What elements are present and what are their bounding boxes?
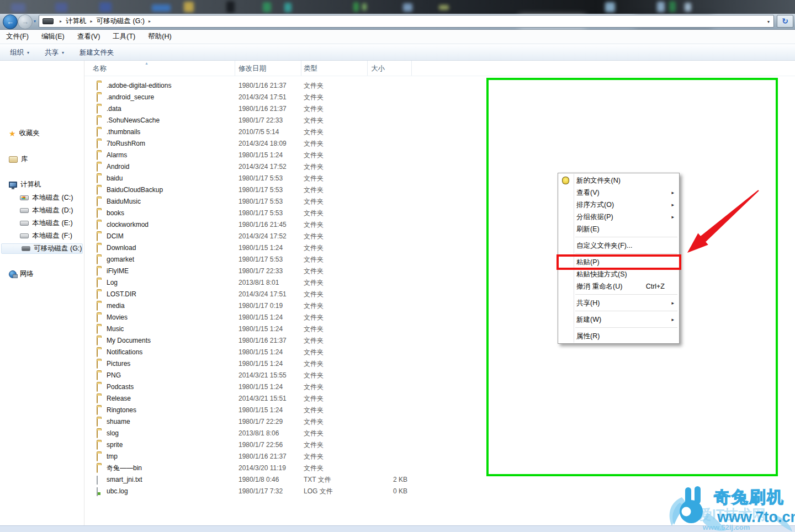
column-divider[interactable] [235, 61, 235, 76]
file-row[interactable]: books1980/1/17 5:53文件夹 [84, 208, 795, 219]
breadcrumb-chevron-icon[interactable]: ▸ [149, 19, 151, 24]
column-header-date[interactable]: 修改日期 [239, 64, 266, 73]
address-bar[interactable]: ▸ 计算机 ▸ 可移动磁盘 (G:) ▸ [39, 15, 774, 28]
context-menu-item-group-by[interactable]: 分组依据(P)▸ [558, 211, 679, 223]
toolbar-item-2[interactable]: 新建文件夹 [80, 48, 114, 57]
file-row[interactable]: My Documents1980/1/16 21:37文件夹 [84, 335, 795, 347]
menubar-item-1[interactable]: 编辑(E) [41, 32, 65, 41]
column-header-name[interactable]: 名称 [93, 64, 107, 73]
context-menu-item-share[interactable]: 共享(H)▸ [558, 297, 679, 309]
file-row[interactable]: DCIM2014/3/24 17:52文件夹 [84, 231, 795, 242]
file-type: 文件夹 [304, 103, 324, 115]
file-row[interactable]: .data1980/1/16 21:37文件夹 [84, 103, 795, 115]
file-row[interactable]: Pictures1980/1/15 1:24文件夹 [84, 358, 795, 370]
folder-icon [97, 221, 98, 230]
file-row[interactable]: Release2014/3/21 15:51文件夹 [84, 393, 795, 405]
sidebar-item-local-disk-c[interactable]: 本地磁盘 (C:) [0, 193, 83, 203]
column-divider[interactable] [301, 61, 301, 76]
context-menu-item-paste-shortcut[interactable]: 粘贴快捷方式(S) [558, 268, 679, 280]
file-row[interactable]: 7toRushRom2014/3/24 18:09文件夹 [84, 138, 795, 150]
file-name: books [107, 208, 124, 219]
file-row[interactable]: 奇兔——bin2014/3/20 11:19文件夹 [84, 462, 795, 474]
file-row[interactable]: smart_jni.txt1980/1/8 0:46TXT 文件2 KB [84, 474, 795, 486]
file-row[interactable]: Android2014/3/24 17:52文件夹 [84, 161, 795, 173]
sidebar-item-label: 本地磁盘 (D:) [32, 206, 73, 215]
sidebar-item-local-disk-f[interactable]: 本地磁盘 (F:) [0, 231, 83, 241]
recent-pages-dropdown-icon[interactable]: ▾ [34, 19, 36, 24]
sidebar-item-libraries[interactable]: 库 [0, 154, 83, 164]
file-date: 1980/1/17 5:53 [239, 208, 283, 219]
file-row[interactable]: BaiduMusic1980/1/17 5:53文件夹 [84, 196, 795, 208]
context-menu-item-refresh[interactable]: 刷新(E) [558, 223, 679, 235]
forward-button[interactable]: → [18, 14, 33, 29]
menubar-item-0[interactable]: 文件(F) [6, 32, 29, 41]
file-row[interactable]: Ringtones1980/1/15 1:24文件夹 [84, 405, 795, 416]
sidebar-item-network[interactable]: 网络 [0, 269, 83, 279]
context-menu-item-customize-folder[interactable]: 自定义文件夹(F)... [558, 240, 679, 252]
sidebar-item-label: 本地磁盘 (F:) [32, 231, 72, 241]
file-row[interactable]: clockworkmod1980/1/16 21:45文件夹 [84, 219, 795, 231]
sidebar-item-removable-disk-g[interactable]: 可移动磁盘 (G:) [1, 243, 83, 254]
sidebar-item-local-disk-d[interactable]: 本地磁盘 (D:) [0, 205, 83, 216]
sidebar-item-local-disk-e[interactable]: 本地磁盘 (E:) [0, 218, 83, 228]
file-row[interactable]: gomarket1980/1/17 5:53文件夹 [84, 254, 795, 265]
column-divider[interactable] [367, 61, 368, 76]
folder-icon [97, 82, 98, 91]
context-menu-item-undo-rename[interactable]: 撤消 重命名(U)Ctrl+Z [558, 280, 679, 292]
file-row[interactable]: Alarms1980/1/15 1:24文件夹 [84, 150, 795, 161]
file-type: 文件夹 [304, 289, 324, 300]
toolbar-item-1[interactable]: 共享▾ [45, 48, 64, 57]
file-size [345, 381, 407, 393]
breadcrumb-computer[interactable]: 计算机 [66, 17, 87, 26]
context-menu-item-view[interactable]: 查看(V)▸ [558, 187, 679, 199]
breadcrumb-chevron-icon[interactable]: ▸ [91, 19, 93, 24]
context-menu-item-properties[interactable]: 属性(R) [558, 330, 679, 342]
menubar-item-4[interactable]: 帮助(H) [148, 32, 171, 41]
context-menu-item-new-folder[interactable]: 新的文件夹(N) [558, 174, 679, 187]
file-row[interactable]: Log2013/8/1 8:01文件夹 [84, 277, 795, 289]
refresh-button[interactable]: ↻ [777, 15, 793, 28]
menubar-item-3[interactable]: 工具(T) [113, 32, 135, 41]
file-row[interactable]: .SohuNewsCache1980/1/7 22:33文件夹 [84, 115, 795, 126]
menubar-item-2[interactable]: 查看(V) [77, 32, 100, 41]
breadcrumb-chevron-icon[interactable]: ▸ [60, 19, 62, 24]
file-row[interactable]: Podcasts1980/1/15 1:24文件夹 [84, 381, 795, 393]
column-header-type[interactable]: 类型 [304, 64, 317, 73]
system-drive-icon [20, 195, 29, 200]
file-row[interactable]: LOST.DIR2014/3/24 17:51文件夹 [84, 289, 795, 300]
file-row[interactable]: baidu1980/1/17 5:53文件夹 [84, 173, 795, 184]
file-date: 1980/1/15 1:24 [239, 381, 283, 393]
file-row[interactable]: .adobe-digital-editions1980/1/16 21:37文件… [84, 80, 795, 92]
file-name: LOST.DIR [107, 289, 136, 300]
file-row[interactable]: iFlyIME1980/1/7 22:33文件夹 [84, 265, 795, 277]
file-row[interactable]: slog2013/8/1 8:06文件夹 [84, 428, 795, 439]
context-menu-item-paste[interactable]: 粘贴(P) [558, 256, 679, 268]
context-menu-item-sort-by[interactable]: 排序方式(O)▸ [558, 199, 679, 211]
file-row[interactable]: Notifications1980/1/15 1:24文件夹 [84, 347, 795, 358]
column-divider[interactable] [411, 61, 412, 76]
file-row[interactable]: ubc.log1980/1/17 7:32LOG 文件0 KB [84, 486, 795, 497]
file-row[interactable]: .android_secure2014/3/24 17:51文件夹 [84, 92, 795, 103]
file-row[interactable]: Movies1980/1/15 1:24文件夹 [84, 312, 795, 323]
address-history-dropdown-icon[interactable]: ▾ [767, 19, 770, 24]
desktop-icon [353, 2, 359, 12]
breadcrumb-removable-disk-g[interactable]: 可移动磁盘 (G:) [97, 17, 145, 26]
context-menu-item-new[interactable]: 新建(W)▸ [558, 313, 679, 326]
file-row[interactable]: shuame1980/1/7 22:29文件夹 [84, 416, 795, 428]
file-row[interactable]: Music1980/1/15 1:24文件夹 [84, 323, 795, 335]
sidebar-item-computer[interactable]: 计算机 [0, 179, 83, 190]
toolbar-item-0[interactable]: 组织▾ [10, 48, 29, 57]
file-row[interactable]: .thumbnails2010/7/5 5:14文件夹 [84, 126, 795, 138]
file-row[interactable]: sprite1980/1/7 22:56文件夹 [84, 439, 795, 451]
file-row[interactable]: PNG2014/3/21 15:55文件夹 [84, 370, 795, 381]
column-header-size[interactable]: 大小 [371, 64, 385, 73]
file-size: 2 KB [345, 474, 407, 486]
file-row[interactable]: media1980/1/17 0:19文件夹 [84, 300, 795, 312]
folder-icon [97, 453, 98, 461]
file-date: 1980/1/16 21:45 [239, 219, 287, 231]
file-row[interactable]: BaiduCloudBackup1980/1/17 5:53文件夹 [84, 184, 795, 196]
file-row[interactable]: tmp1980/1/16 21:37文件夹 [84, 451, 795, 462]
back-button[interactable]: ← [3, 14, 18, 29]
file-row[interactable]: Download1980/1/15 1:24文件夹 [84, 242, 795, 254]
sidebar-item-favorites[interactable]: ★收藏夹 [0, 128, 83, 139]
